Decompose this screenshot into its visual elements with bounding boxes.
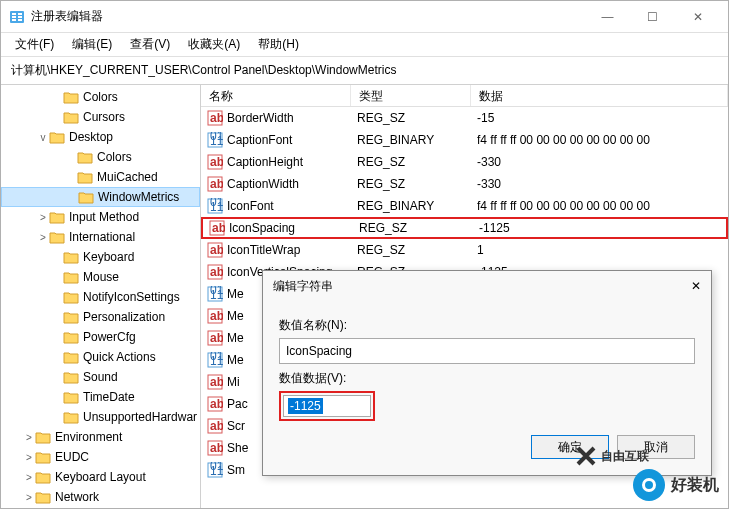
value-type-icon: ab — [207, 374, 223, 390]
tree-item[interactable]: >Network — [1, 487, 200, 507]
expander-icon[interactable]: > — [37, 232, 49, 243]
value-name: IconTitleWrap — [227, 243, 300, 257]
tree-item[interactable]: Keyboard — [1, 247, 200, 267]
folder-icon — [35, 470, 51, 484]
value-data: 1 — [471, 241, 728, 259]
value-row[interactable]: 011110CaptionFontREG_BINARYf4 ff ff ff 0… — [201, 129, 728, 151]
col-name[interactable]: 名称 — [201, 85, 351, 106]
tree-label: Environment — [55, 430, 122, 444]
value-type-icon: ab — [207, 264, 223, 280]
tree-item[interactable]: Sound — [1, 367, 200, 387]
value-row[interactable]: 011110IconFontREG_BINARYf4 ff ff ff 00 0… — [201, 195, 728, 217]
tree-label: Input Method — [69, 210, 139, 224]
tree-item[interactable]: >International — [1, 227, 200, 247]
tree-label: EUDC — [55, 450, 89, 464]
close-button[interactable]: ✕ — [675, 2, 720, 32]
menu-help[interactable]: 帮助(H) — [250, 34, 307, 55]
tree-item[interactable]: Mouse — [1, 267, 200, 287]
tree-label: Keyboard Layout — [55, 470, 146, 484]
svg-rect-6 — [18, 19, 22, 21]
tree-item[interactable]: vDesktop — [1, 127, 200, 147]
value-row[interactable]: abBorderWidthREG_SZ-15 — [201, 107, 728, 129]
col-data[interactable]: 数据 — [471, 85, 728, 106]
watermark-brand1: 自由互联 — [575, 445, 649, 467]
value-row[interactable]: abIconTitleWrapREG_SZ1 — [201, 239, 728, 261]
name-label: 数值名称(N): — [279, 317, 695, 334]
tree-pane[interactable]: ColorsCursorsvDesktopColorsMuiCachedWind… — [1, 85, 201, 508]
tree-item[interactable]: Quick Actions — [1, 347, 200, 367]
value-name: IconSpacing — [229, 221, 295, 235]
svg-text:ab: ab — [210, 375, 223, 389]
svg-text:ab: ab — [210, 243, 223, 257]
value-type: REG_SZ — [353, 219, 473, 237]
maximize-button[interactable]: ☐ — [630, 2, 675, 32]
tree-item[interactable]: >Keyboard Layout — [1, 467, 200, 487]
tree-label: PowerCfg — [83, 330, 136, 344]
expander-icon[interactable]: > — [23, 432, 35, 443]
tree-item[interactable]: Cursors — [1, 107, 200, 127]
menu-view[interactable]: 查看(V) — [122, 34, 178, 55]
svg-text:110: 110 — [210, 464, 223, 478]
tree-item[interactable]: UnsupportedHardwar — [1, 407, 200, 427]
value-name-input[interactable] — [279, 338, 695, 364]
value-row[interactable]: abCaptionHeightREG_SZ-330 — [201, 151, 728, 173]
menubar: 文件(F) 编辑(E) 查看(V) 收藏夹(A) 帮助(H) — [1, 33, 728, 57]
watermark-brand2: 好装机 — [633, 469, 719, 501]
expander-icon[interactable]: > — [23, 492, 35, 503]
folder-icon — [63, 370, 79, 384]
value-name: CaptionHeight — [227, 155, 303, 169]
address-text: 计算机\HKEY_CURRENT_USER\Control Panel\Desk… — [11, 62, 396, 79]
value-name: Scr — [227, 419, 245, 433]
address-bar[interactable]: 计算机\HKEY_CURRENT_USER\Control Panel\Desk… — [1, 57, 728, 85]
minimize-button[interactable]: — — [585, 2, 630, 32]
tree-label: Colors — [97, 150, 132, 164]
value-type-icon: ab — [207, 440, 223, 456]
tree-item[interactable]: Colors — [1, 87, 200, 107]
tree-label: Network — [55, 490, 99, 504]
folder-icon — [63, 290, 79, 304]
value-name: Sm — [227, 463, 245, 477]
tree-item[interactable]: PowerCfg — [1, 327, 200, 347]
tree-item[interactable]: >EUDC — [1, 447, 200, 467]
titlebar: 注册表编辑器 — ☐ ✕ — [1, 1, 728, 33]
tree-label: Quick Actions — [83, 350, 156, 364]
value-name: BorderWidth — [227, 111, 294, 125]
expander-icon[interactable]: > — [23, 452, 35, 463]
menu-edit[interactable]: 编辑(E) — [64, 34, 120, 55]
tree-item[interactable]: WindowMetrics — [1, 187, 200, 207]
tree-label: TimeDate — [83, 390, 135, 404]
value-data: -330 — [471, 175, 728, 193]
dialog-close-icon[interactable]: ✕ — [691, 279, 701, 293]
tree-item[interactable]: TimeDate — [1, 387, 200, 407]
value-row[interactable]: abCaptionWidthREG_SZ-330 — [201, 173, 728, 195]
value-data-input[interactable]: -1125 — [283, 395, 371, 417]
svg-text:ab: ab — [210, 331, 223, 345]
folder-icon — [63, 410, 79, 424]
tree-item[interactable]: Colors — [1, 147, 200, 167]
svg-rect-4 — [18, 13, 22, 15]
svg-text:ab: ab — [210, 155, 223, 169]
menu-favorites[interactable]: 收藏夹(A) — [180, 34, 248, 55]
expander-icon[interactable]: v — [37, 132, 49, 143]
tree-label: Colors — [83, 90, 118, 104]
expander-icon[interactable]: > — [37, 212, 49, 223]
folder-icon — [63, 250, 79, 264]
value-type: REG_SZ — [351, 109, 471, 127]
data-label: 数值数据(V): — [279, 370, 695, 387]
tree-label: Sound — [83, 370, 118, 384]
tree-item[interactable]: Personalization — [1, 307, 200, 327]
svg-text:ab: ab — [210, 177, 223, 191]
svg-text:ab: ab — [210, 265, 223, 279]
value-row[interactable]: abIconSpacingREG_SZ-1125 — [201, 217, 728, 239]
tree-item[interactable]: >Environment — [1, 427, 200, 447]
value-data: f4 ff ff ff 00 00 00 00 00 00 00 00 — [471, 131, 728, 149]
value-data: -330 — [471, 153, 728, 171]
tree-item[interactable]: >Input Method — [1, 207, 200, 227]
col-type[interactable]: 类型 — [351, 85, 471, 106]
tree-item[interactable]: MuiCached — [1, 167, 200, 187]
value-type: REG_BINARY — [351, 131, 471, 149]
tree-label: Personalization — [83, 310, 165, 324]
tree-item[interactable]: NotifyIconSettings — [1, 287, 200, 307]
expander-icon[interactable]: > — [23, 472, 35, 483]
menu-file[interactable]: 文件(F) — [7, 34, 62, 55]
